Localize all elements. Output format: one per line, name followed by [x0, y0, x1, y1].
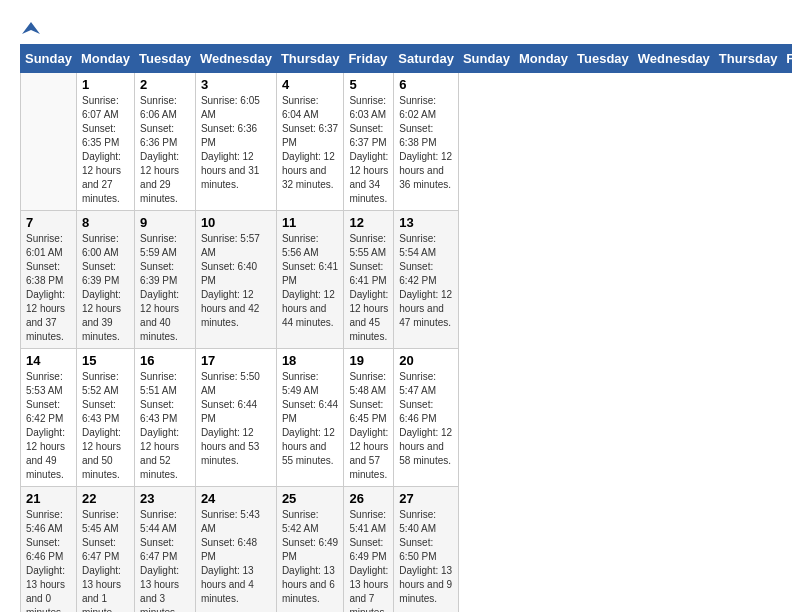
- day-info: Sunrise: 5:51 AMSunset: 6:43 PMDaylight:…: [140, 370, 190, 482]
- day-cell: 20Sunrise: 5:47 AMSunset: 6:46 PMDayligh…: [394, 349, 459, 487]
- day-info: Sunrise: 5:57 AMSunset: 6:40 PMDaylight:…: [201, 232, 271, 330]
- day-info: Sunrise: 5:42 AMSunset: 6:49 PMDaylight:…: [282, 508, 339, 606]
- sunset-text: Sunset: 6:49 PM: [282, 536, 339, 564]
- day-info: Sunrise: 6:01 AMSunset: 6:38 PMDaylight:…: [26, 232, 71, 344]
- sunrise-text: Sunrise: 5:54 AM: [399, 232, 453, 260]
- day-number: 6: [399, 77, 453, 92]
- sunset-text: Sunset: 6:35 PM: [82, 122, 129, 150]
- day-number: 10: [201, 215, 271, 230]
- day-cell: 21Sunrise: 5:46 AMSunset: 6:46 PMDayligh…: [21, 487, 77, 613]
- header-friday: Friday: [782, 45, 792, 73]
- sunset-text: Sunset: 6:50 PM: [399, 536, 453, 564]
- week-row-4: 21Sunrise: 5:46 AMSunset: 6:46 PMDayligh…: [21, 487, 793, 613]
- week-row-1: 1Sunrise: 6:07 AMSunset: 6:35 PMDaylight…: [21, 73, 793, 211]
- sunrise-text: Sunrise: 5:49 AM: [282, 370, 339, 398]
- day-cell: 2Sunrise: 6:06 AMSunset: 6:36 PMDaylight…: [135, 73, 196, 211]
- sunrise-text: Sunrise: 5:56 AM: [282, 232, 339, 260]
- sunset-text: Sunset: 6:41 PM: [282, 260, 339, 288]
- day-number: 18: [282, 353, 339, 368]
- day-cell: 7Sunrise: 6:01 AMSunset: 6:38 PMDaylight…: [21, 211, 77, 349]
- day-info: Sunrise: 6:04 AMSunset: 6:37 PMDaylight:…: [282, 94, 339, 192]
- daylight-text: Daylight: 12 hours and 39 minutes.: [82, 288, 129, 344]
- svg-marker-0: [22, 22, 40, 34]
- day-info: Sunrise: 6:05 AMSunset: 6:36 PMDaylight:…: [201, 94, 271, 192]
- day-number: 24: [201, 491, 271, 506]
- sunset-text: Sunset: 6:38 PM: [26, 260, 71, 288]
- sunset-text: Sunset: 6:40 PM: [201, 260, 271, 288]
- day-number: 27: [399, 491, 453, 506]
- daylight-text: Daylight: 12 hours and 40 minutes.: [140, 288, 190, 344]
- sunset-text: Sunset: 6:41 PM: [349, 260, 388, 288]
- daylight-text: Daylight: 12 hours and 52 minutes.: [140, 426, 190, 482]
- week-row-3: 14Sunrise: 5:53 AMSunset: 6:42 PMDayligh…: [21, 349, 793, 487]
- sunset-text: Sunset: 6:37 PM: [349, 122, 388, 150]
- sunrise-text: Sunrise: 5:48 AM: [349, 370, 388, 398]
- day-number: 20: [399, 353, 453, 368]
- daylight-text: Daylight: 12 hours and 32 minutes.: [282, 150, 339, 192]
- sunset-text: Sunset: 6:42 PM: [26, 398, 71, 426]
- day-cell: 17Sunrise: 5:50 AMSunset: 6:44 PMDayligh…: [195, 349, 276, 487]
- day-number: 26: [349, 491, 388, 506]
- sunrise-text: Sunrise: 6:07 AM: [82, 94, 129, 122]
- header-thursday: Thursday: [714, 45, 782, 73]
- day-number: 13: [399, 215, 453, 230]
- day-cell: [21, 73, 77, 211]
- sunset-text: Sunset: 6:47 PM: [82, 536, 129, 564]
- day-info: Sunrise: 5:40 AMSunset: 6:50 PMDaylight:…: [399, 508, 453, 606]
- day-info: Sunrise: 5:53 AMSunset: 6:42 PMDaylight:…: [26, 370, 71, 482]
- day-number: 8: [82, 215, 129, 230]
- day-info: Sunrise: 6:06 AMSunset: 6:36 PMDaylight:…: [140, 94, 190, 206]
- day-cell: 6Sunrise: 6:02 AMSunset: 6:38 PMDaylight…: [394, 73, 459, 211]
- daylight-text: Daylight: 13 hours and 0 minutes.: [26, 564, 71, 612]
- day-number: 25: [282, 491, 339, 506]
- day-cell: 16Sunrise: 5:51 AMSunset: 6:43 PMDayligh…: [135, 349, 196, 487]
- day-cell: 3Sunrise: 6:05 AMSunset: 6:36 PMDaylight…: [195, 73, 276, 211]
- day-info: Sunrise: 5:43 AMSunset: 6:48 PMDaylight:…: [201, 508, 271, 606]
- sunrise-text: Sunrise: 5:51 AM: [140, 370, 190, 398]
- daylight-text: Daylight: 12 hours and 47 minutes.: [399, 288, 453, 330]
- daylight-text: Daylight: 12 hours and 53 minutes.: [201, 426, 271, 468]
- day-cell: 22Sunrise: 5:45 AMSunset: 6:47 PMDayligh…: [76, 487, 134, 613]
- calendar-table: SundayMondayTuesdayWednesdayThursdayFrid…: [20, 44, 792, 612]
- sunrise-text: Sunrise: 6:06 AM: [140, 94, 190, 122]
- day-cell: 9Sunrise: 5:59 AMSunset: 6:39 PMDaylight…: [135, 211, 196, 349]
- header-day-wednesday: Wednesday: [195, 45, 276, 73]
- day-number: 7: [26, 215, 71, 230]
- day-cell: 19Sunrise: 5:48 AMSunset: 6:45 PMDayligh…: [344, 349, 394, 487]
- day-info: Sunrise: 5:55 AMSunset: 6:41 PMDaylight:…: [349, 232, 388, 344]
- sunrise-text: Sunrise: 6:04 AM: [282, 94, 339, 122]
- sunrise-text: Sunrise: 5:44 AM: [140, 508, 190, 536]
- day-info: Sunrise: 6:00 AMSunset: 6:39 PMDaylight:…: [82, 232, 129, 344]
- sunrise-text: Sunrise: 5:45 AM: [82, 508, 129, 536]
- day-cell: 1Sunrise: 6:07 AMSunset: 6:35 PMDaylight…: [76, 73, 134, 211]
- sunrise-text: Sunrise: 5:52 AM: [82, 370, 129, 398]
- day-info: Sunrise: 5:45 AMSunset: 6:47 PMDaylight:…: [82, 508, 129, 612]
- day-number: 15: [82, 353, 129, 368]
- day-cell: 12Sunrise: 5:55 AMSunset: 6:41 PMDayligh…: [344, 211, 394, 349]
- daylight-text: Daylight: 12 hours and 31 minutes.: [201, 150, 271, 192]
- day-cell: 4Sunrise: 6:04 AMSunset: 6:37 PMDaylight…: [276, 73, 344, 211]
- header-day-saturday: Saturday: [394, 45, 459, 73]
- day-info: Sunrise: 6:02 AMSunset: 6:38 PMDaylight:…: [399, 94, 453, 192]
- sunrise-text: Sunrise: 5:46 AM: [26, 508, 71, 536]
- day-number: 12: [349, 215, 388, 230]
- day-cell: 5Sunrise: 6:03 AMSunset: 6:37 PMDaylight…: [344, 73, 394, 211]
- daylight-text: Daylight: 13 hours and 7 minutes.: [349, 564, 388, 612]
- sunset-text: Sunset: 6:43 PM: [82, 398, 129, 426]
- day-cell: 8Sunrise: 6:00 AMSunset: 6:39 PMDaylight…: [76, 211, 134, 349]
- sunrise-text: Sunrise: 5:42 AM: [282, 508, 339, 536]
- sunset-text: Sunset: 6:44 PM: [201, 398, 271, 426]
- sunrise-text: Sunrise: 5:53 AM: [26, 370, 71, 398]
- day-number: 23: [140, 491, 190, 506]
- day-cell: 26Sunrise: 5:41 AMSunset: 6:49 PMDayligh…: [344, 487, 394, 613]
- day-info: Sunrise: 5:56 AMSunset: 6:41 PMDaylight:…: [282, 232, 339, 330]
- day-number: 5: [349, 77, 388, 92]
- day-number: 11: [282, 215, 339, 230]
- daylight-text: Daylight: 12 hours and 29 minutes.: [140, 150, 190, 206]
- header-sunday: Sunday: [458, 45, 514, 73]
- daylight-text: Daylight: 12 hours and 37 minutes.: [26, 288, 71, 344]
- sunrise-text: Sunrise: 6:03 AM: [349, 94, 388, 122]
- daylight-text: Daylight: 13 hours and 4 minutes.: [201, 564, 271, 606]
- logo: [20, 20, 40, 34]
- daylight-text: Daylight: 12 hours and 34 minutes.: [349, 150, 388, 206]
